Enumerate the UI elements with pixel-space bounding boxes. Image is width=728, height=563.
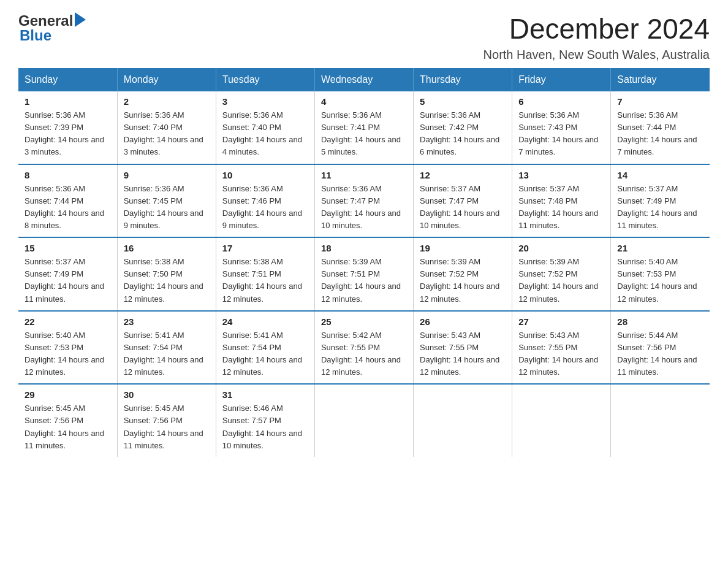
day-info: Sunrise: 5:43 AMSunset: 7:55 PMDaylight:…	[518, 329, 604, 379]
day-cell: 9Sunrise: 5:36 AMSunset: 7:45 PMDaylight…	[117, 164, 216, 238]
day-info: Sunrise: 5:36 AMSunset: 7:43 PMDaylight:…	[518, 109, 604, 159]
day-number: 31	[222, 389, 308, 400]
day-number: 1	[25, 96, 111, 107]
day-cell: 16Sunrise: 5:38 AMSunset: 7:50 PMDayligh…	[117, 237, 216, 311]
day-cell: 3Sunrise: 5:36 AMSunset: 7:40 PMDaylight…	[216, 91, 314, 164]
day-info: Sunrise: 5:39 AMSunset: 7:51 PMDaylight:…	[321, 256, 407, 305]
logo-triangle-icon	[75, 12, 86, 27]
day-info: Sunrise: 5:45 AMSunset: 7:56 PMDaylight:…	[25, 402, 111, 452]
day-info: Sunrise: 5:39 AMSunset: 7:52 PMDaylight:…	[518, 256, 604, 305]
day-info: Sunrise: 5:41 AMSunset: 7:54 PMDaylight:…	[222, 329, 308, 379]
day-number: 10	[222, 170, 308, 180]
day-info: Sunrise: 5:46 AMSunset: 7:57 PMDaylight:…	[222, 402, 308, 452]
day-number: 3	[222, 96, 308, 107]
day-info: Sunrise: 5:43 AMSunset: 7:55 PMDaylight:…	[420, 329, 506, 379]
day-cell: 28Sunrise: 5:44 AMSunset: 7:56 PMDayligh…	[611, 311, 710, 385]
day-number: 12	[420, 170, 506, 180]
weekday-header-sunday: Sunday	[18, 68, 117, 91]
day-cell: 22Sunrise: 5:40 AMSunset: 7:53 PMDayligh…	[18, 311, 117, 385]
empty-day-cell	[414, 384, 512, 457]
weekday-header-wednesday: Wednesday	[314, 68, 413, 91]
day-number: 22	[25, 316, 111, 327]
day-info: Sunrise: 5:36 AMSunset: 7:46 PMDaylight:…	[222, 183, 308, 232]
day-cell: 2Sunrise: 5:36 AMSunset: 7:40 PMDaylight…	[117, 91, 216, 164]
calendar-title: December 2024	[483, 12, 710, 45]
weekday-header-row: SundayMondayTuesdayWednesdayThursdayFrid…	[18, 68, 710, 91]
day-number: 29	[25, 389, 111, 400]
day-number: 27	[518, 316, 604, 327]
day-cell: 7Sunrise: 5:36 AMSunset: 7:44 PMDaylight…	[611, 91, 710, 164]
day-cell: 17Sunrise: 5:38 AMSunset: 7:51 PMDayligh…	[216, 237, 314, 311]
weekday-header-tuesday: Tuesday	[216, 68, 314, 91]
day-number: 4	[321, 96, 407, 107]
logo: General Blue	[18, 12, 86, 44]
day-number: 18	[321, 243, 407, 253]
empty-day-cell	[314, 384, 413, 457]
day-number: 6	[518, 96, 604, 107]
day-cell: 26Sunrise: 5:43 AMSunset: 7:55 PMDayligh…	[414, 311, 512, 385]
calendar-week-row: 15Sunrise: 5:37 AMSunset: 7:49 PMDayligh…	[18, 237, 710, 311]
day-cell: 4Sunrise: 5:36 AMSunset: 7:41 PMDaylight…	[314, 91, 413, 164]
empty-day-cell	[512, 384, 611, 457]
day-cell: 23Sunrise: 5:41 AMSunset: 7:54 PMDayligh…	[117, 311, 216, 385]
empty-day-cell	[611, 384, 710, 457]
day-number: 19	[420, 243, 506, 253]
day-cell: 25Sunrise: 5:42 AMSunset: 7:55 PMDayligh…	[314, 311, 413, 385]
day-number: 21	[617, 243, 703, 253]
day-number: 8	[25, 170, 111, 180]
day-cell: 10Sunrise: 5:36 AMSunset: 7:46 PMDayligh…	[216, 164, 314, 238]
calendar-week-row: 8Sunrise: 5:36 AMSunset: 7:44 PMDaylight…	[18, 164, 710, 238]
day-number: 24	[222, 316, 308, 327]
day-info: Sunrise: 5:36 AMSunset: 7:42 PMDaylight:…	[420, 109, 506, 159]
day-info: Sunrise: 5:36 AMSunset: 7:45 PMDaylight:…	[124, 183, 210, 232]
weekday-header-saturday: Saturday	[611, 68, 710, 91]
day-number: 2	[124, 96, 210, 107]
day-number: 17	[222, 243, 308, 253]
day-number: 7	[617, 96, 703, 107]
day-cell: 6Sunrise: 5:36 AMSunset: 7:43 PMDaylight…	[512, 91, 611, 164]
day-number: 28	[617, 316, 703, 327]
day-cell: 1Sunrise: 5:36 AMSunset: 7:39 PMDaylight…	[18, 91, 117, 164]
day-cell: 29Sunrise: 5:45 AMSunset: 7:56 PMDayligh…	[18, 384, 117, 457]
day-number: 11	[321, 170, 407, 180]
calendar-body: 1Sunrise: 5:36 AMSunset: 7:39 PMDaylight…	[18, 91, 710, 457]
day-cell: 19Sunrise: 5:39 AMSunset: 7:52 PMDayligh…	[414, 237, 512, 311]
day-info: Sunrise: 5:37 AMSunset: 7:47 PMDaylight:…	[420, 183, 506, 232]
day-cell: 27Sunrise: 5:43 AMSunset: 7:55 PMDayligh…	[512, 311, 611, 385]
day-cell: 20Sunrise: 5:39 AMSunset: 7:52 PMDayligh…	[512, 237, 611, 311]
day-number: 15	[25, 243, 111, 253]
day-info: Sunrise: 5:41 AMSunset: 7:54 PMDaylight:…	[124, 329, 210, 379]
day-info: Sunrise: 5:36 AMSunset: 7:44 PMDaylight:…	[25, 183, 111, 232]
day-info: Sunrise: 5:38 AMSunset: 7:51 PMDaylight:…	[222, 256, 308, 305]
weekday-header-monday: Monday	[117, 68, 216, 91]
day-number: 9	[124, 170, 210, 180]
title-block: December 2024 North Haven, New South Wal…	[483, 12, 710, 62]
day-info: Sunrise: 5:40 AMSunset: 7:53 PMDaylight:…	[25, 329, 111, 379]
day-info: Sunrise: 5:36 AMSunset: 7:41 PMDaylight:…	[321, 109, 407, 159]
day-number: 23	[124, 316, 210, 327]
day-cell: 5Sunrise: 5:36 AMSunset: 7:42 PMDaylight…	[414, 91, 512, 164]
day-cell: 21Sunrise: 5:40 AMSunset: 7:53 PMDayligh…	[611, 237, 710, 311]
day-cell: 13Sunrise: 5:37 AMSunset: 7:48 PMDayligh…	[512, 164, 611, 238]
calendar-week-row: 1Sunrise: 5:36 AMSunset: 7:39 PMDaylight…	[18, 91, 710, 164]
day-cell: 24Sunrise: 5:41 AMSunset: 7:54 PMDayligh…	[216, 311, 314, 385]
day-info: Sunrise: 5:36 AMSunset: 7:40 PMDaylight:…	[222, 109, 308, 159]
day-info: Sunrise: 5:36 AMSunset: 7:44 PMDaylight:…	[617, 109, 703, 159]
day-info: Sunrise: 5:36 AMSunset: 7:47 PMDaylight:…	[321, 183, 407, 232]
day-number: 13	[518, 170, 604, 180]
day-info: Sunrise: 5:44 AMSunset: 7:56 PMDaylight:…	[617, 329, 703, 379]
day-info: Sunrise: 5:40 AMSunset: 7:53 PMDaylight:…	[617, 256, 703, 305]
day-info: Sunrise: 5:42 AMSunset: 7:55 PMDaylight:…	[321, 329, 407, 379]
day-info: Sunrise: 5:36 AMSunset: 7:39 PMDaylight:…	[25, 109, 111, 159]
weekday-header-friday: Friday	[512, 68, 611, 91]
day-number: 5	[420, 96, 506, 107]
day-info: Sunrise: 5:37 AMSunset: 7:49 PMDaylight:…	[617, 183, 703, 232]
day-info: Sunrise: 5:45 AMSunset: 7:56 PMDaylight:…	[124, 402, 210, 452]
day-info: Sunrise: 5:37 AMSunset: 7:49 PMDaylight:…	[25, 256, 111, 305]
day-info: Sunrise: 5:39 AMSunset: 7:52 PMDaylight:…	[420, 256, 506, 305]
day-info: Sunrise: 5:37 AMSunset: 7:48 PMDaylight:…	[518, 183, 604, 232]
day-info: Sunrise: 5:38 AMSunset: 7:50 PMDaylight:…	[124, 256, 210, 305]
day-cell: 8Sunrise: 5:36 AMSunset: 7:44 PMDaylight…	[18, 164, 117, 238]
page-header: General Blue December 2024 North Haven, …	[18, 12, 710, 62]
calendar-week-row: 22Sunrise: 5:40 AMSunset: 7:53 PMDayligh…	[18, 311, 710, 385]
